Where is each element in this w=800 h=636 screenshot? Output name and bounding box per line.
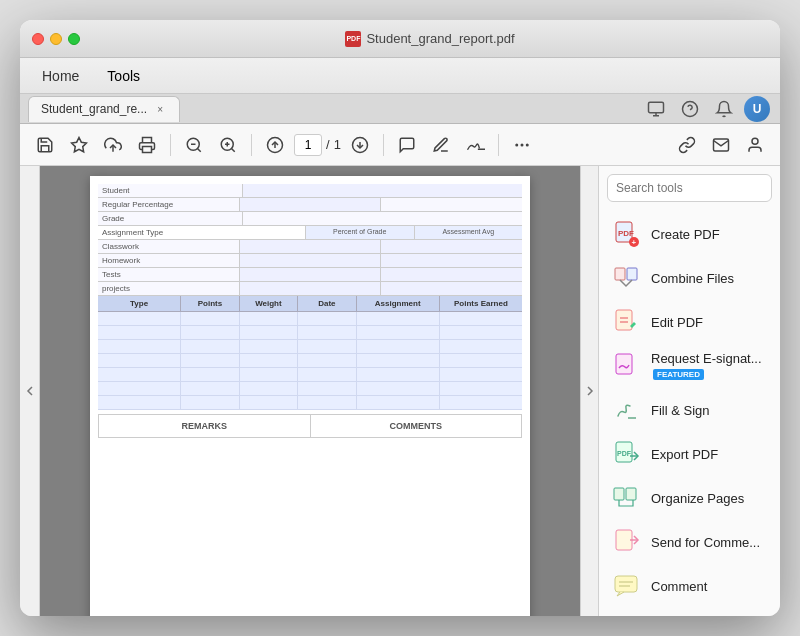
table-row bbox=[98, 326, 522, 340]
user-button[interactable] bbox=[740, 130, 770, 160]
svg-rect-31 bbox=[616, 354, 632, 374]
pdf-table-header: Type Points Weight Date Assignment Point… bbox=[98, 296, 522, 312]
tool-organize-pages[interactable]: Organize Pages bbox=[599, 476, 780, 520]
table-row bbox=[98, 368, 522, 382]
divider-3 bbox=[383, 134, 384, 156]
sign-button[interactable] bbox=[460, 130, 490, 160]
assignment-type-label: Assignment Type bbox=[98, 226, 306, 239]
combine-icon bbox=[611, 263, 641, 293]
col-type: Type bbox=[98, 296, 181, 311]
esign-label: Request E-signat... FEATURED bbox=[651, 351, 768, 381]
send-comment-label: Send for Comme... bbox=[651, 535, 760, 550]
print-button[interactable] bbox=[132, 130, 162, 160]
zoom-in-button[interactable] bbox=[213, 130, 243, 160]
svg-line-7 bbox=[197, 148, 200, 151]
traffic-lights bbox=[32, 33, 80, 45]
page-number-input[interactable] bbox=[294, 134, 322, 156]
link-button[interactable] bbox=[672, 130, 702, 160]
tabbar: Student_grand_re... × bbox=[20, 94, 780, 124]
page-up-button[interactable] bbox=[260, 130, 290, 160]
tab-close-button[interactable]: × bbox=[153, 102, 167, 116]
share-icon-button[interactable] bbox=[642, 95, 670, 123]
projects-label: projects bbox=[98, 282, 240, 295]
save-button[interactable] bbox=[30, 130, 60, 160]
pdf-classwork-row: Classwork bbox=[98, 240, 522, 254]
tool-edit-pdf[interactable]: Edit PDF bbox=[599, 300, 780, 344]
email-button[interactable] bbox=[706, 130, 736, 160]
pen-button[interactable] bbox=[426, 130, 456, 160]
bell-icon-button[interactable] bbox=[710, 95, 738, 123]
edit-pdf-icon bbox=[611, 307, 641, 337]
homework-label: Homework bbox=[98, 254, 240, 267]
tool-export-pdf[interactable]: PDF Export PDF bbox=[599, 432, 780, 476]
share-button[interactable] bbox=[98, 130, 128, 160]
tool-fill-sign[interactable]: Fill & Sign bbox=[599, 388, 780, 432]
left-panel-toggle[interactable] bbox=[20, 166, 40, 616]
grade-label: Grade bbox=[98, 212, 243, 225]
tools-list: PDF + Create PDF bbox=[599, 166, 780, 616]
svg-rect-5 bbox=[143, 146, 152, 152]
student-label: Student bbox=[98, 184, 243, 197]
table-row bbox=[98, 340, 522, 354]
export-pdf-label: Export PDF bbox=[651, 447, 718, 462]
pdf-file-icon: PDF bbox=[345, 31, 361, 47]
col-points-earned: Points Earned bbox=[440, 296, 522, 311]
svg-point-21 bbox=[752, 138, 758, 144]
pdf-homework-row: Homework bbox=[98, 254, 522, 268]
main-content: Student Regular Percentage Grade bbox=[20, 166, 780, 616]
bookmark-button[interactable] bbox=[64, 130, 94, 160]
nav-tools[interactable]: Tools bbox=[93, 58, 154, 93]
minimize-button[interactable] bbox=[50, 33, 62, 45]
classwork-label: Classwork bbox=[98, 240, 240, 253]
close-button[interactable] bbox=[32, 33, 44, 45]
svg-rect-40 bbox=[615, 576, 637, 592]
toolbar: / 1 bbox=[20, 124, 780, 166]
percent-grade-label: Percent of Grade bbox=[306, 226, 415, 239]
pdf-projects-row: projects bbox=[98, 282, 522, 296]
titlebar: PDF Student_grand_report.pdf bbox=[20, 20, 780, 58]
esign-label-wrap: Request E-signat... FEATURED bbox=[651, 351, 768, 381]
zoom-out-button[interactable] bbox=[179, 130, 209, 160]
title-text: Student_grand_report.pdf bbox=[366, 31, 514, 46]
tool-comment[interactable]: Comment bbox=[599, 564, 780, 608]
pdf-assignment-header: Assignment Type Percent of Grade Assessm… bbox=[98, 226, 522, 240]
svg-text:PDF: PDF bbox=[618, 229, 634, 238]
user-avatar[interactable]: U bbox=[744, 96, 770, 122]
svg-rect-37 bbox=[626, 488, 636, 500]
tool-combine-files[interactable]: Combine Files bbox=[599, 256, 780, 300]
export-pdf-icon: PDF bbox=[611, 439, 641, 469]
comments-label: COMMENTS bbox=[311, 415, 522, 437]
combine-files-label: Combine Files bbox=[651, 271, 734, 286]
svg-rect-36 bbox=[614, 488, 624, 500]
tool-request-esignature[interactable]: Request E-signat... FEATURED bbox=[599, 344, 780, 388]
page-counter: / 1 bbox=[294, 134, 341, 156]
search-tools-input[interactable] bbox=[607, 174, 772, 202]
table-row bbox=[98, 396, 522, 410]
svg-rect-38 bbox=[616, 530, 632, 550]
comment-icon bbox=[611, 571, 641, 601]
page-total: 1 bbox=[334, 137, 341, 152]
tab-document[interactable]: Student_grand_re... × bbox=[28, 96, 180, 122]
tool-send-comment[interactable]: Send for Comme... bbox=[599, 520, 780, 564]
pdf-viewer[interactable]: Student Regular Percentage Grade bbox=[40, 166, 580, 616]
assessment-avg-label: Assessment Avg bbox=[415, 226, 523, 239]
comment-label: Comment bbox=[651, 579, 707, 594]
maximize-button[interactable] bbox=[68, 33, 80, 45]
page-down-button[interactable] bbox=[345, 130, 375, 160]
nav-home[interactable]: Home bbox=[28, 58, 93, 93]
svg-rect-0 bbox=[649, 102, 664, 113]
right-tools-panel: PDF + Create PDF bbox=[580, 166, 780, 616]
col-assignment: Assignment bbox=[357, 296, 440, 311]
comment-button[interactable] bbox=[392, 130, 422, 160]
divider-4 bbox=[498, 134, 499, 156]
help-icon-button[interactable] bbox=[676, 95, 704, 123]
right-panel-content: PDF + Create PDF bbox=[581, 166, 780, 616]
app-window: PDF Student_grand_report.pdf Home Tools … bbox=[20, 20, 780, 616]
right-panel-toggle[interactable] bbox=[581, 166, 599, 616]
more-button[interactable] bbox=[507, 130, 537, 160]
tool-create-pdf[interactable]: PDF + Create PDF bbox=[599, 212, 780, 256]
svg-rect-28 bbox=[616, 310, 632, 330]
svg-text:PDF: PDF bbox=[617, 450, 632, 457]
pdf-tests-row: Tests bbox=[98, 268, 522, 282]
navbar: Home Tools bbox=[20, 58, 780, 94]
